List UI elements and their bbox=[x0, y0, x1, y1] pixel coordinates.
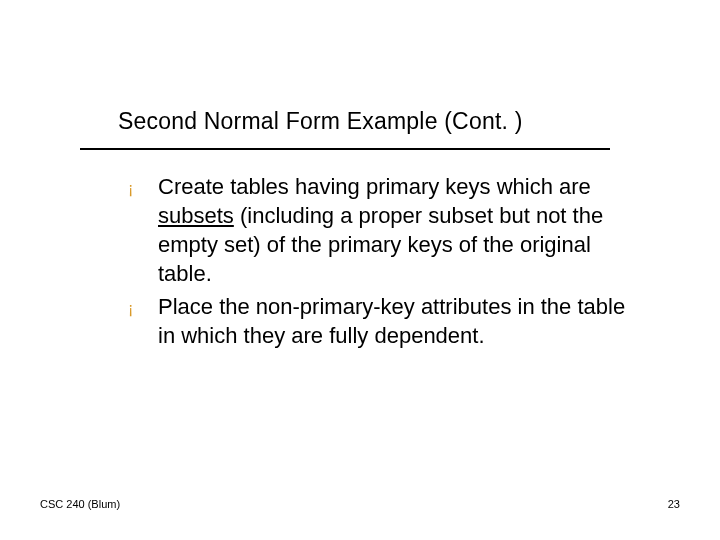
text-segment: Create tables having primary keys which … bbox=[158, 174, 591, 199]
list-item: ¡ Place the non-primary-key attributes i… bbox=[128, 292, 648, 350]
title-underline-rule bbox=[80, 148, 610, 150]
text-segment: Place the non-primary-key attributes in … bbox=[158, 294, 625, 348]
slide-number: 23 bbox=[668, 498, 680, 510]
list-item-text: Create tables having primary keys which … bbox=[158, 172, 648, 288]
slide-title: Second Normal Form Example (Cont. ) bbox=[118, 108, 523, 135]
slide-body: ¡ Create tables having primary keys whic… bbox=[128, 172, 648, 354]
bullet-icon: ¡ bbox=[128, 292, 158, 324]
slide: Second Normal Form Example (Cont. ) ¡ Cr… bbox=[0, 0, 720, 540]
list-item-text: Place the non-primary-key attributes in … bbox=[158, 292, 648, 350]
footer-left: CSC 240 (Blum) bbox=[40, 498, 120, 510]
bullet-icon: ¡ bbox=[128, 172, 158, 204]
list-item: ¡ Create tables having primary keys whic… bbox=[128, 172, 648, 288]
underlined-text: subsets bbox=[158, 203, 234, 228]
